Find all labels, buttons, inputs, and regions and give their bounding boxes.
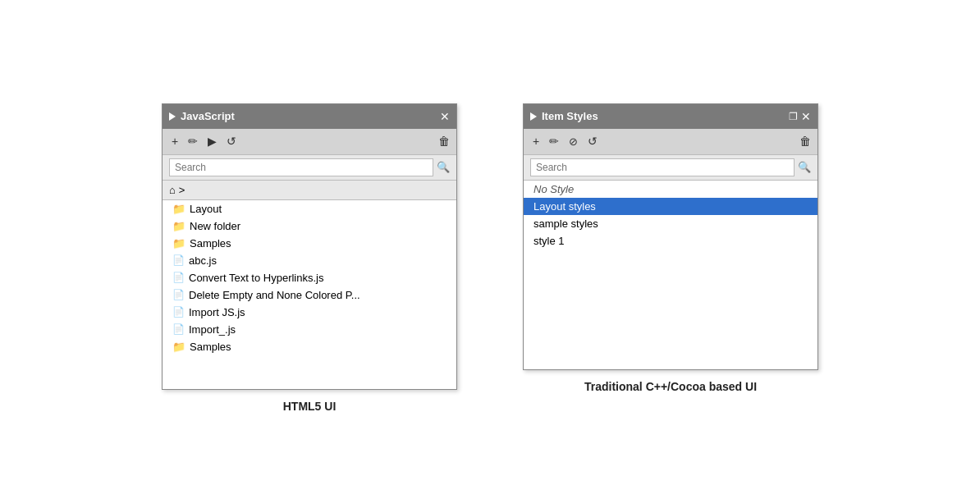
refresh-button[interactable]: ↺ (224, 133, 239, 149)
file-icon: 📄 (172, 289, 185, 300)
panel-title: JavaScript (181, 110, 235, 122)
item-label: Delete Empty and None Colored P... (189, 289, 360, 301)
item-label: style 1 (534, 235, 565, 247)
play-button[interactable]: ▶ (205, 133, 219, 149)
list-item[interactable]: 📄 abc.js (163, 252, 456, 269)
item-styles-titlebar: Item Styles ❐ ✕ (524, 104, 817, 129)
titlebar-right: ❐ ✕ (789, 111, 811, 122)
edit-button[interactable]: ✏ (185, 133, 200, 149)
item-styles-panel: Item Styles ❐ ✕ + ✏ ⊘ ↺ 🗑 🔍 (523, 103, 818, 370)
javascript-panel: JavaScript ✕ + ✏ ▶ ↺ 🗑 🔍 (162, 103, 457, 390)
file-icon: 📄 (172, 306, 185, 318)
file-icon: 📄 (172, 323, 185, 335)
close-button[interactable]: ✕ (801, 111, 811, 122)
list-item[interactable]: 📄 Convert Text to Hyperlinks.js (163, 269, 456, 286)
item-label: Import_.js (189, 323, 236, 336)
list-item[interactable]: 📄 Import_.js (163, 321, 456, 338)
collapse-icon[interactable] (169, 112, 176, 121)
item-styles-list: No Style Layout styles sample styles sty… (524, 181, 817, 369)
item-label: New folder (190, 220, 240, 232)
breadcrumb-separator: > (179, 184, 185, 196)
search-button[interactable]: 🔍 (437, 161, 450, 173)
list-item[interactable]: 📄 Import JS.js (163, 304, 456, 321)
right-panel-caption: Traditional C++/Cocoa based UI (584, 380, 757, 393)
item-label: Convert Text to Hyperlinks.js (189, 272, 324, 284)
item-label: Layout styles (534, 200, 596, 213)
file-icon: 📄 (172, 272, 185, 283)
javascript-breadcrumb: ⌂ > (163, 181, 456, 200)
item-styles-search: 🔍 (524, 155, 817, 181)
folder-icon: 📁 (172, 203, 185, 215)
list-item[interactable]: 📁 New folder (163, 217, 456, 235)
list-item[interactable]: 📁 Samples (163, 235, 456, 252)
search-input[interactable] (169, 158, 433, 176)
add-button[interactable]: + (169, 133, 181, 149)
search-button[interactable]: 🔍 (798, 161, 811, 173)
list-item[interactable]: 📁 Samples (163, 338, 456, 355)
panel-title: Item Styles (542, 110, 598, 122)
javascript-list: 📁 Layout 📁 New folder 📁 Samples 📄 abc.js… (163, 200, 456, 389)
titlebar-left: Item Styles (530, 110, 598, 122)
item-styles-toolbar: + ✏ ⊘ ↺ 🗑 (524, 129, 817, 155)
trash-button[interactable]: 🗑 (799, 135, 811, 148)
item-label: Samples (190, 237, 231, 250)
restore-button[interactable]: ❐ (789, 112, 798, 121)
refresh-button[interactable]: ↺ (585, 133, 600, 149)
item-label: Import JS.js (189, 306, 245, 318)
item-label: abc.js (189, 254, 217, 267)
link-button[interactable]: ⊘ (566, 134, 580, 149)
item-label: No Style (534, 183, 574, 195)
left-panel-caption: HTML5 UI (283, 400, 337, 413)
folder-icon: 📁 (172, 220, 185, 232)
panels-container: JavaScript ✕ + ✏ ▶ ↺ 🗑 🔍 (162, 103, 818, 413)
javascript-titlebar: JavaScript ✕ (163, 104, 456, 129)
add-button[interactable]: + (530, 133, 542, 149)
left-panel-container: JavaScript ✕ + ✏ ▶ ↺ 🗑 🔍 (162, 103, 457, 413)
list-item[interactable]: Layout styles (524, 198, 817, 215)
javascript-toolbar: + ✏ ▶ ↺ 🗑 (163, 129, 456, 155)
titlebar-left: JavaScript (169, 110, 235, 122)
close-button[interactable]: ✕ (440, 111, 450, 122)
search-input[interactable] (530, 158, 795, 176)
edit-button[interactable]: ✏ (547, 133, 561, 149)
list-item[interactable]: 📄 Delete Empty and None Colored P... (163, 286, 456, 304)
list-item[interactable]: No Style (524, 181, 817, 198)
right-panel-container: Item Styles ❐ ✕ + ✏ ⊘ ↺ 🗑 🔍 (523, 103, 818, 393)
folder-icon: 📁 (172, 341, 185, 353)
folder-icon: 📁 (172, 237, 185, 250)
javascript-search: 🔍 (163, 155, 456, 181)
trash-button[interactable]: 🗑 (438, 135, 450, 148)
list-item[interactable]: style 1 (524, 232, 817, 250)
home-icon[interactable]: ⌂ (169, 184, 176, 196)
list-item[interactable]: 📁 Layout (163, 200, 456, 217)
list-item[interactable]: sample styles (524, 215, 817, 232)
collapse-icon[interactable] (530, 112, 537, 121)
item-label: Samples (190, 341, 231, 353)
item-label: sample styles (534, 217, 598, 230)
file-icon: 📄 (172, 254, 185, 266)
titlebar-right: ✕ (440, 111, 450, 122)
item-label: Layout (190, 203, 222, 215)
